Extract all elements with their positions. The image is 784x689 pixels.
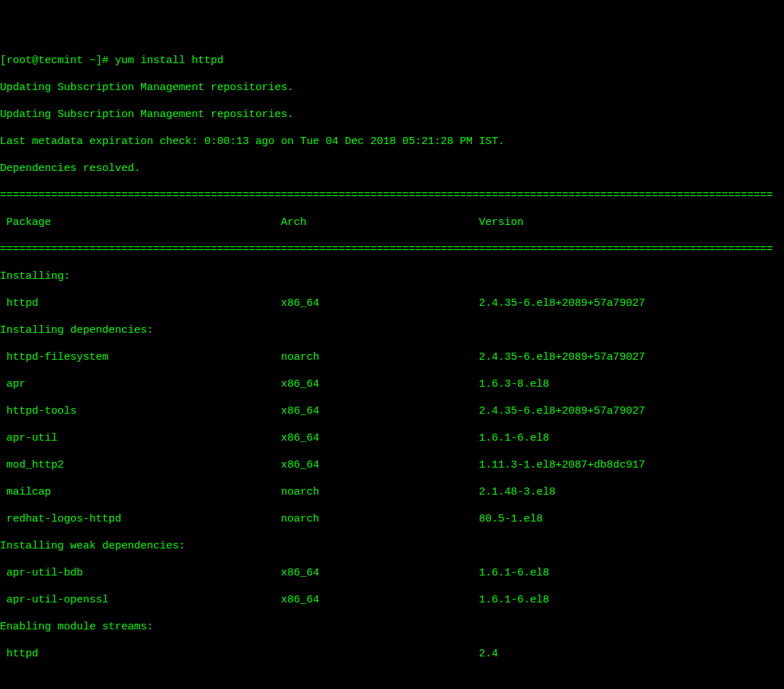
table-row: httpd-filesystemnoarch2.4.35-6.el8+2089+… [0,351,784,364]
pkg-arch [281,647,479,661]
pkg-name: httpd-filesystem [0,351,281,364]
pkg-version: 2.4.35-6.el8+2089+57a79027 [479,351,784,364]
pkg-version: 2.4.35-6.el8+2089+57a79027 [479,297,784,310]
table-row: apr-utilx86_641.6.1-6.el8 [0,431,784,445]
pkg-arch: noarch [281,351,479,364]
output-line: Updating Subscription Management reposit… [0,108,784,121]
pkg-version: 1.6.1-6.el8 [479,593,784,607]
prompt-line: [root@tecmint ~]# yum install httpd [0,54,784,67]
col-package: Package [0,216,281,229]
table-row: apr-util-bdbx86_641.6.1-6.el8 [0,566,784,580]
divider: ========================================… [0,243,784,256]
section-header: Installing: [0,270,784,283]
section-header: Enabling module streams: [0,620,784,634]
pkg-version: 2.4.35-6.el8+2089+57a79027 [479,404,784,418]
section-header: Installing weak dependencies: [0,539,784,553]
table-row: redhat-logos-httpdnoarch80.5-1.el8 [0,512,784,526]
pkg-name: redhat-logos-httpd [0,512,281,526]
pkg-name: apr [0,377,281,391]
pkg-name: mailcap [0,485,281,499]
pkg-arch: x86_64 [281,431,479,445]
pkg-arch: noarch [281,485,479,499]
pkg-version: 1.6.1-6.el8 [479,431,784,445]
output-line: Updating Subscription Management reposit… [0,81,784,94]
pkg-name: apr-util-openssl [0,593,281,607]
output-line: Last metadata expiration check: 0:00:13 … [0,135,784,148]
pkg-version: 2.4 [479,647,784,661]
col-version: Version [479,216,784,229]
pkg-name: mod_http2 [0,458,281,472]
table-row: mailcapnoarch2.1.48-3.el8 [0,485,784,499]
prompt: [root@tecmint ~]# [0,55,115,67]
pkg-name: apr-util [0,431,281,445]
pkg-arch: x86_64 [281,377,479,391]
pkg-arch: x86_64 [281,297,479,310]
pkg-arch: x86_64 [281,458,479,472]
pkg-version: 1.6.3-8.el8 [479,377,784,391]
pkg-name: apr-util-bdb [0,566,281,580]
pkg-arch: noarch [281,512,479,526]
table-header: PackageArchVersion [0,216,784,229]
terminal-output[interactable]: [root@tecmint ~]# yum install httpd Upda… [0,40,784,689]
pkg-arch: x86_64 [281,593,479,607]
table-row: httpd2.4 [0,647,784,661]
pkg-arch: x86_64 [281,404,479,418]
pkg-version: 80.5-1.el8 [479,512,784,526]
pkg-name: httpd [0,647,281,661]
command: yum install httpd [115,55,223,67]
pkg-version: 1.11.3-1.el8+2087+db8dc917 [479,458,784,472]
blank-line [0,674,784,688]
table-row: apr-util-opensslx86_641.6.1-6.el8 [0,593,784,607]
col-arch: Arch [281,216,479,229]
table-row: mod_http2x86_641.11.3-1.el8+2087+db8dc91… [0,458,784,472]
table-row: httpd-toolsx86_642.4.35-6.el8+2089+57a79… [0,404,784,418]
section-header: Installing dependencies: [0,324,784,337]
table-row: httpdx86_642.4.35-6.el8+2089+57a79027 [0,297,784,310]
table-row: aprx86_641.6.3-8.el8 [0,377,784,391]
pkg-name: httpd [0,297,281,310]
pkg-version: 1.6.1-6.el8 [479,566,784,580]
pkg-version: 2.1.48-3.el8 [479,485,784,499]
pkg-arch: x86_64 [281,566,479,580]
pkg-name: httpd-tools [0,404,281,418]
output-line: Dependencies resolved. [0,162,784,175]
divider: ========================================… [0,189,784,202]
